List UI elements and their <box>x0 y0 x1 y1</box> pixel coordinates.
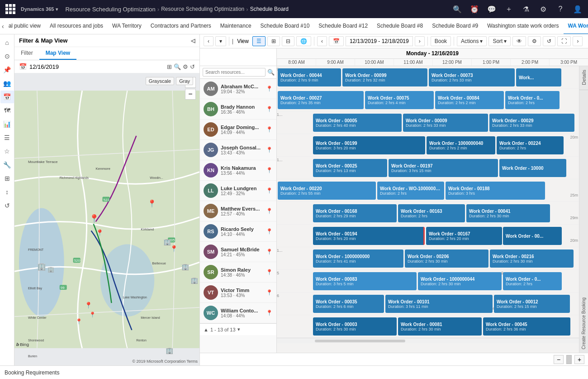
work-block-4-2[interactable]: Work Order - 10000 <box>499 159 566 177</box>
work-block-7-0[interactable]: Work Order - 00194 Duration: 3 hrs 20 mi… <box>313 227 425 245</box>
sidebar-recent[interactable]: ⊙ <box>0 50 14 62</box>
resource-item-7[interactable]: RS Ricardo Seely 14:10 · 44% 📍 <box>200 221 276 242</box>
sidebar-list[interactable]: ☰ <box>0 131 14 144</box>
resource-map-pin-4[interactable]: 📍 <box>266 167 273 173</box>
resource-map-pin-8[interactable]: 📍 <box>266 249 273 255</box>
tab-contractors[interactable]: Contractors and Partners <box>146 18 216 34</box>
alarm-icon[interactable]: ⏰ <box>468 2 481 16</box>
resource-item-4[interactable]: KN Kris Nakamura 13:56 · 44% 📍 <box>200 160 276 181</box>
date-prev-button[interactable]: ‹ <box>317 36 327 46</box>
resource-map-pin-0[interactable]: 📍 <box>266 86 273 92</box>
pagination-next[interactable]: ▾ <box>237 326 240 332</box>
map-settings-icon[interactable]: ⚙ <box>183 63 188 70</box>
book-button[interactable]: Book <box>431 36 451 46</box>
resource-map-pin-3[interactable]: 📍 <box>266 147 273 153</box>
waffle-menu[interactable] <box>4 2 17 16</box>
sidebar-people[interactable]: 👥 <box>0 77 14 90</box>
work-block-0-3[interactable]: Work... <box>516 68 561 86</box>
work-block-10-0[interactable]: Work Order - 00035 Duration: 2 hrs 6 min <box>313 295 384 313</box>
tab-board12[interactable]: Schedule Board #12 <box>314 18 372 34</box>
tab-wa-work-orders-page[interactable]: Washington state work orders <box>483 18 563 34</box>
work-block-1-3[interactable]: Work Order - 0... Duration: 2 hrs <box>505 91 560 109</box>
tab-all-resources[interactable]: All resources and jobs <box>45 18 108 34</box>
resource-map-pin-10[interactable]: 📍 <box>266 289 273 296</box>
work-block-0-0[interactable]: Work Order - 00044 Duration: 2 hrs 9 min <box>278 68 341 86</box>
calendar-icon[interactable]: 📅 <box>19 63 27 70</box>
resource-map-pin-2[interactable]: 📍 <box>266 126 273 133</box>
eye-button[interactable]: 👁 <box>512 36 526 46</box>
settings-icon[interactable]: ⚙ <box>536 2 550 16</box>
work-block-10-2[interactable]: Work Order - 00012 Duration: 2 hrs 15 mi… <box>494 295 570 313</box>
resource-map-pin-6[interactable]: 📍 <box>266 208 273 214</box>
grid-view-button[interactable]: ⊟ <box>282 36 294 46</box>
work-block-7-1[interactable]: Work Order - 00167 Duration: 2 hrs 20 mi… <box>426 227 502 245</box>
search-icon[interactable]: 🔍 <box>450 2 464 16</box>
zoom-out-button[interactable]: − <box>185 89 196 100</box>
work-block-6-1[interactable]: Work Order - 00163 Duration: 2 hrs <box>398 204 465 222</box>
resource-map-pin-7[interactable]: 📍 <box>266 228 273 235</box>
work-block-11-0[interactable]: Work Order - 00003 Duration: 2 hrs 30 mi… <box>313 317 397 336</box>
work-block-5-1[interactable]: Work Order - WO-1000000053 Duration: 2 h… <box>377 182 444 200</box>
create-booking-label[interactable]: Create Resource Booking <box>579 91 588 353</box>
details-label[interactable]: Details <box>579 66 588 89</box>
funnel-icon[interactable]: ⚗ <box>519 2 533 16</box>
brand[interactable]: Dynamics 365 ▾ <box>21 6 58 12</box>
work-block-5-0[interactable]: Work Order - 00220 Duration: 2 hrs 55 mi… <box>278 182 376 200</box>
work-block-7-2[interactable]: Work Order - 00... <box>503 227 562 245</box>
filter-tab[interactable]: Filter <box>14 47 39 60</box>
sidebar-star[interactable]: ☆ <box>0 145 14 158</box>
work-block-3-1[interactable]: Work Order - 1000000040 Duration: 2 hrs … <box>427 136 495 154</box>
expand-button[interactable]: ▾ <box>215 36 226 46</box>
resource-search-icon[interactable]: 🔍 <box>267 69 275 76</box>
resource-item-8[interactable]: SM Samuel McBride 14:21 · 45% 📍 <box>200 242 276 262</box>
resource-item-3[interactable]: JG Joseph Gonsal... 13:43 · 43% 📍 <box>200 140 276 160</box>
tab-wa-work-orders[interactable]: WA Work Orders ✕ <box>564 18 588 34</box>
map-search-icon[interactable]: 🔍 <box>174 63 181 70</box>
work-block-3-2[interactable]: Work Order - 00224 Duration: 2 hrs <box>497 136 564 154</box>
sidebar-refresh[interactable]: ↺ <box>0 199 14 212</box>
work-block-4-1[interactable]: Work Order - 00197 Duration: 3 hrs 15 mi… <box>389 159 498 177</box>
resource-item-0[interactable]: AM Abraham McC... 19:04 · 32% 📍 <box>200 79 276 99</box>
work-block-6-0[interactable]: Work Order - 00168 Duration: 2 hrs 29 mi… <box>313 204 397 222</box>
resource-item-6[interactable]: ME Matthew Evers... 12:57 · 40% 📍 <box>200 201 276 221</box>
resource-item-5[interactable]: LL Luke Lundgren 12:49 · 32% 📍 <box>200 181 276 201</box>
brand-chevron[interactable]: ▾ <box>56 7 58 12</box>
filter-map-collapse[interactable]: ◁ <box>191 38 195 44</box>
refresh-button[interactable]: ↺ <box>543 36 555 46</box>
column-settings-button[interactable]: ⚙ <box>528 36 541 46</box>
sidebar-chart[interactable]: 📊 <box>0 118 14 130</box>
resource-map-pin-1[interactable]: 📍 <box>266 106 273 112</box>
scrollbar-thumb[interactable] <box>315 340 405 342</box>
resource-item-2[interactable]: ED Edgar Doming... 14:09 · 44% 📍 <box>200 120 276 140</box>
work-block-6-2[interactable]: Work Order - 00041 Duration: 2 hrs 30 mi… <box>466 204 550 222</box>
resource-item-10[interactable]: VT Victor Timm 13:53 · 43% 📍 <box>200 283 276 303</box>
map-refresh-icon[interactable]: ↺ <box>190 63 195 70</box>
plus-icon[interactable]: ＋ <box>502 2 516 16</box>
map-view-tab[interactable]: Map View <box>39 47 76 60</box>
tab-wa-territory[interactable]: WA Territory <box>108 18 146 34</box>
list-view-button[interactable]: ☰ <box>252 36 266 46</box>
fullscreen-button[interactable]: ⛶ <box>557 36 571 46</box>
sidebar-expand[interactable]: ⊞ <box>0 172 14 185</box>
work-block-1-0[interactable]: Work Order - 00027 Duration: 2 hrs 35 mi… <box>278 91 364 109</box>
breadcrumb-page[interactable]: Resource Scheduling Optimization <box>161 6 244 12</box>
gantt-view-button[interactable]: ⊞ <box>267 36 280 46</box>
work-block-11-2[interactable]: Work Order - 00045 Duration: 2 hrs 36 mi… <box>483 317 570 336</box>
work-block-1-2[interactable]: Work Order - 00084 Duration: 2 hrs 2 min <box>435 91 504 109</box>
work-block-0-2[interactable]: Work Order - 00073 Duration: 2 hrs 33 mi… <box>429 68 515 86</box>
tab-maintenance[interactable]: Maintenance <box>216 18 256 34</box>
actions-button[interactable]: Actions ▾ <box>457 36 487 46</box>
zoom-out-timeline[interactable]: − <box>554 355 564 364</box>
timeline-scrollbar[interactable] <box>277 338 579 343</box>
work-block-3-0[interactable]: Work Order - 00199 Duration: 3 hrs 20 mi… <box>313 136 425 154</box>
work-block-2-0[interactable]: Work Order - 00005 Duration: 2 hrs 40 mi… <box>313 114 402 132</box>
work-block-10-1[interactable]: Work Order - 00101 Duration: 3 hrs 11 mi… <box>385 295 493 313</box>
date-range-display[interactable]: 12/13/2019 - 12/18/2019 <box>346 36 413 46</box>
sidebar-schedule[interactable]: 📅 <box>0 91 14 103</box>
tab-board9[interactable]: Schedule Board #9 <box>427 18 483 34</box>
work-block-8-0[interactable]: Work Order - 1000000000 Duration: 2 hrs … <box>313 249 403 268</box>
calendar-button[interactable]: 📅 <box>329 36 344 46</box>
help-icon[interactable]: ? <box>554 2 567 16</box>
work-block-9-2[interactable]: Work Order - 0... Duration: 2 hrs <box>503 272 562 290</box>
resource-item-11[interactable]: WC William Conto... 14:08 · 44% 📍 <box>200 303 276 323</box>
